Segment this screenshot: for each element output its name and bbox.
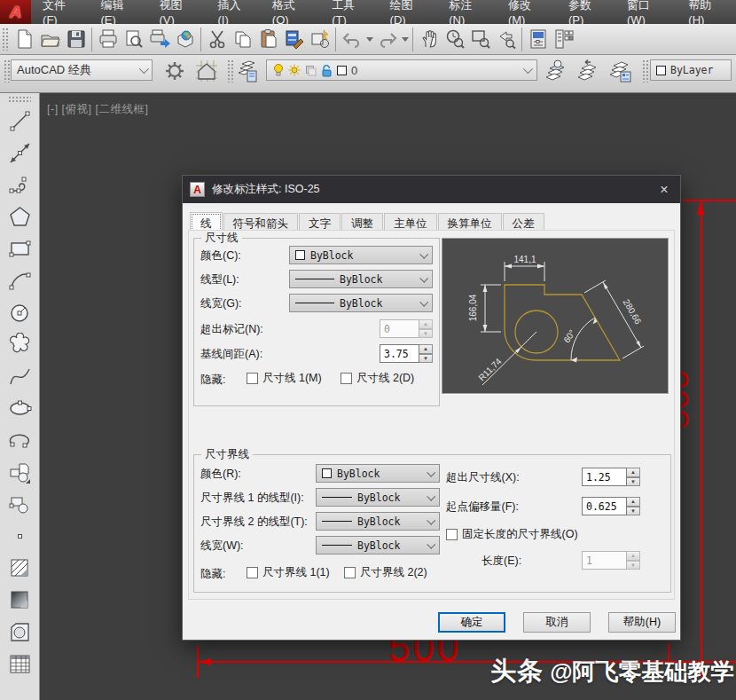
- save-button[interactable]: [63, 27, 89, 52]
- draw-toolbar: [0, 93, 40, 700]
- toolbar-grip[interactable]: [2, 28, 10, 51]
- cut-button[interactable]: [204, 27, 230, 52]
- undo-button[interactable]: [339, 27, 364, 52]
- new-file-button[interactable]: [12, 27, 37, 52]
- menu-tools[interactable]: 工具(T): [320, 0, 378, 24]
- arc-tool-button[interactable]: [4, 264, 35, 296]
- ext-linetype1-combo[interactable]: ByBlock: [316, 488, 440, 507]
- offset-from-origin-input[interactable]: [582, 497, 627, 515]
- paste-button[interactable]: [255, 27, 281, 52]
- revision-cloud-tool-button[interactable]: [4, 328, 35, 360]
- menu-edit[interactable]: 编辑(E): [89, 0, 147, 24]
- toolbar-grip[interactable]: [642, 59, 650, 83]
- rectangle-tool-button[interactable]: [4, 232, 35, 264]
- menu-insert[interactable]: 插入(I): [207, 0, 261, 24]
- home-view-button[interactable]: [193, 58, 220, 84]
- menu-file[interactable]: 文件(F): [31, 0, 89, 24]
- menu-draw[interactable]: 绘图(D): [379, 0, 438, 24]
- cancel-button[interactable]: 取消: [523, 612, 591, 633]
- hatch-tool-button[interactable]: [4, 552, 35, 584]
- autocad-logo-icon[interactable]: A: [0, 0, 31, 24]
- dim-color-combo[interactable]: ByBlock: [289, 246, 433, 264]
- plot-button[interactable]: [146, 27, 172, 52]
- help-button[interactable]: 帮助(H): [608, 612, 676, 633]
- redo-dropdown-button[interactable]: [400, 27, 410, 52]
- ext-lineweight-combo[interactable]: ByBlock: [316, 536, 440, 554]
- menu-window[interactable]: 窗口(W): [615, 0, 677, 24]
- ext-color-combo[interactable]: ByBlock: [316, 464, 440, 483]
- baseline-spacing-input[interactable]: [380, 344, 419, 363]
- zoom-previous-button[interactable]: [493, 27, 519, 52]
- spinner-up-icon[interactable]: [627, 497, 640, 507]
- layer-previous-button[interactable]: [575, 58, 601, 84]
- spinner-down-icon[interactable]: [419, 354, 433, 364]
- length-input: [582, 551, 627, 570]
- match-properties-button[interactable]: [281, 27, 307, 52]
- suppress-ext-line2-checkbox[interactable]: 尺寸界线 2(2): [344, 565, 427, 580]
- make-block-tool-button[interactable]: [4, 488, 35, 520]
- properties-button[interactable]: [525, 27, 551, 52]
- suppress-dim-line2-checkbox[interactable]: 尺寸线 2(D): [341, 371, 414, 386]
- redo-button[interactable]: [374, 27, 400, 52]
- close-icon[interactable]: [655, 181, 673, 199]
- extend-beyond-dim-input[interactable]: [582, 468, 627, 486]
- baseline-spacing-spinner[interactable]: [380, 344, 433, 363]
- length-label: 长度(E):: [482, 554, 521, 569]
- layer-states-button[interactable]: [607, 58, 633, 84]
- circle-tool-button[interactable]: [4, 296, 35, 328]
- ellipse-arc-tool-button[interactable]: [4, 424, 35, 456]
- zoom-realtime-button[interactable]: [442, 27, 467, 52]
- menu-parametric[interactable]: 参数(P): [557, 0, 615, 24]
- extend-beyond-dim-spinner[interactable]: [582, 468, 640, 486]
- color-control-combo[interactable]: ByLayer: [650, 59, 732, 81]
- suppress-ext-line1-checkbox[interactable]: 尺寸界线 1(1): [247, 565, 330, 580]
- dim-linetype-combo[interactable]: ByBlock: [289, 270, 433, 288]
- table-tool-button[interactable]: [4, 648, 35, 680]
- fixed-length-checkbox[interactable]: 固定长度的尺寸界线(O): [446, 527, 578, 542]
- undo-dropdown-button[interactable]: [364, 27, 374, 52]
- suppress-dim-line1-checkbox[interactable]: 尺寸线 1(M): [247, 371, 322, 386]
- ok-button[interactable]: 确定: [438, 612, 505, 633]
- make-object-layer-current-button[interactable]: [543, 58, 569, 84]
- copy-button[interactable]: [230, 27, 255, 52]
- zoom-window-button[interactable]: [467, 27, 493, 52]
- layer-properties-button[interactable]: [234, 58, 261, 84]
- pan-button[interactable]: [416, 27, 442, 52]
- spinner-up-icon[interactable]: [627, 468, 640, 477]
- spline-tool-button[interactable]: [4, 360, 35, 392]
- insert-block-tool-button[interactable]: [4, 456, 35, 488]
- polygon-tool-button[interactable]: [4, 201, 35, 232]
- offset-from-origin-spinner[interactable]: [582, 497, 640, 515]
- workspace-settings-button[interactable]: [161, 58, 188, 84]
- ellipse-tool-button[interactable]: [4, 392, 35, 424]
- spinner-down-icon[interactable]: [627, 477, 640, 487]
- menu-format[interactable]: 格式(O): [261, 0, 320, 24]
- dimension-line-group-title: 尺寸线: [201, 231, 242, 246]
- polyline-tool-button[interactable]: [4, 169, 35, 201]
- layer-combo[interactable]: 0: [266, 59, 537, 81]
- line-tool-button[interactable]: [4, 105, 35, 137]
- tool-palettes-button[interactable]: [551, 27, 576, 52]
- print-preview-button[interactable]: [121, 27, 146, 52]
- menu-dimension[interactable]: 标注(N): [437, 0, 497, 24]
- menu-view[interactable]: 视图(V): [147, 0, 206, 24]
- spinner-down-icon[interactable]: [627, 507, 640, 516]
- toolbar-grip[interactable]: [8, 96, 31, 103]
- workspace-combo[interactable]: AutoCAD 经典: [11, 59, 153, 81]
- region-tool-button[interactable]: [4, 616, 35, 648]
- unlock-icon: [321, 64, 333, 77]
- gradient-tool-button[interactable]: [4, 584, 35, 616]
- publish-button[interactable]: [172, 27, 198, 52]
- spinner-up-icon[interactable]: [419, 344, 433, 354]
- dim-lineweight-combo[interactable]: ByBlock: [289, 294, 433, 312]
- dialog-titlebar[interactable]: A 修改标注样式: ISO-25: [183, 176, 680, 203]
- open-file-button[interactable]: [37, 27, 63, 52]
- construction-line-tool-button[interactable]: [4, 137, 35, 169]
- menu-modify[interactable]: 修改(M): [497, 0, 557, 24]
- print-button[interactable]: [95, 27, 121, 52]
- ext-linetype2-combo[interactable]: ByBlock: [316, 512, 440, 531]
- block-editor-button[interactable]: [307, 27, 333, 52]
- viewport-controls[interactable]: [-] [俯视] [二维线框]: [47, 102, 148, 117]
- point-tool-button[interactable]: [4, 520, 35, 552]
- menu-help[interactable]: 帮助(H): [677, 0, 736, 24]
